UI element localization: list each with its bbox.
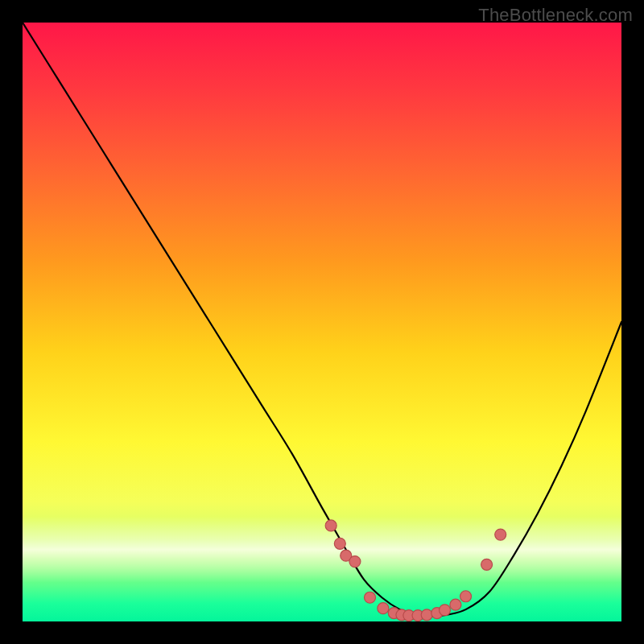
plot-area [23, 23, 621, 621]
svg-rect-0 [23, 517, 621, 583]
marker-dot [440, 605, 451, 616]
marker-dot [450, 599, 461, 610]
glow-band [23, 517, 621, 583]
marker-dot [421, 609, 432, 621]
marker-dot [495, 529, 506, 540]
marker-dot [460, 591, 472, 602]
marker-dot [334, 538, 345, 549]
marker-dot [365, 592, 376, 603]
marker-dot [378, 603, 389, 614]
plot-svg [23, 23, 621, 621]
chart-stage: TheBottleneck.com [0, 0, 644, 644]
marker-dot [349, 556, 361, 568]
marker-dot [325, 520, 336, 531]
watermark-text: TheBottleneck.com [478, 5, 633, 26]
marker-dot [481, 559, 493, 570]
